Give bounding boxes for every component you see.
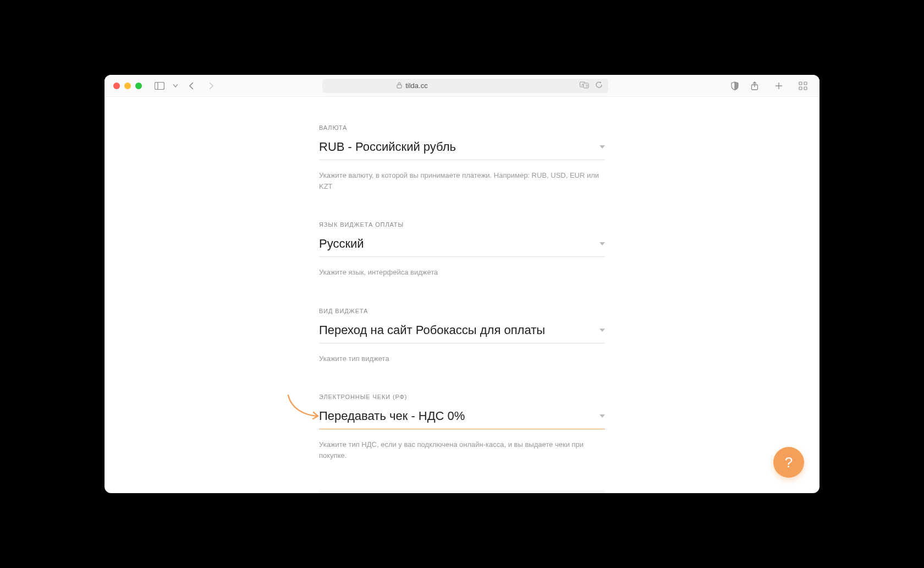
privacy-shield-icon[interactable] (727, 79, 743, 92)
chevron-down-icon (600, 329, 605, 332)
svg-rect-8 (799, 82, 802, 85)
receipts-field-group: ЭЛЕКТРОННЫЕ ЧЕКИ (РФ) Передавать чек - Н… (319, 394, 605, 461)
toolbar-right (747, 79, 811, 92)
svg-rect-11 (804, 87, 807, 90)
svg-rect-0 (155, 82, 164, 89)
svg-text:A: A (581, 83, 584, 86)
currency-hint: Укажите валюту, в которой вы принимаете … (319, 170, 605, 192)
traffic-lights (113, 83, 142, 89)
widget-type-value: Переход на сайт Робокассы для оплаты (319, 323, 545, 337)
window-minimize-button[interactable] (124, 83, 131, 89)
share-button[interactable] (747, 79, 762, 92)
widget-type-select[interactable]: Переход на сайт Робокассы для оплаты (319, 323, 605, 343)
sidebar-toggle-button[interactable] (152, 79, 167, 92)
window-zoom-button[interactable] (135, 83, 142, 89)
titlebar: tilda.cc A文 (105, 75, 820, 97)
currency-select[interactable]: RUB - Российский рубль (319, 140, 605, 160)
widget-language-hint: Укажите язык, интерфейса виджета (319, 267, 605, 278)
url-host: tilda.cc (405, 81, 427, 90)
receipts-hint: Укажите тип НДС, если у вас подключена о… (319, 439, 605, 461)
nav-forward-button[interactable] (204, 79, 219, 92)
browser-window: tilda.cc A文 (105, 75, 820, 493)
widget-language-field-group: ЯЗЫК ВИДЖЕТА ОПЛАТЫ Русский Укажите язык… (319, 221, 605, 278)
currency-value: RUB - Российский рубль (319, 140, 456, 154)
page-content: ВАЛЮТА RUB - Российский рубль Укажите ва… (105, 97, 820, 493)
window-close-button[interactable] (113, 83, 120, 89)
help-button[interactable]: ? (773, 447, 804, 478)
chevron-down-icon (600, 145, 605, 149)
widget-language-label: ЯЗЫК ВИДЖЕТА ОПЛАТЫ (319, 221, 605, 228)
svg-rect-9 (804, 82, 807, 85)
tab-overview-button[interactable] (795, 79, 811, 92)
lock-icon (397, 82, 402, 90)
new-tab-button[interactable] (771, 79, 787, 92)
help-icon: ? (785, 454, 793, 471)
currency-label: ВАЛЮТА (319, 124, 605, 131)
svg-text:文: 文 (585, 84, 588, 88)
receipts-label: ЭЛЕКТРОННЫЕ ЧЕКИ (РФ) (319, 394, 605, 400)
svg-rect-10 (799, 87, 802, 90)
widget-type-field-group: ВИД ВИДЖЕТА Переход на сайт Робокассы дл… (319, 308, 605, 364)
ffd-info-box: ФФД 1.05 С 1 января 2019, в соответствии… (319, 490, 605, 493)
widget-type-label: ВИД ВИДЖЕТА (319, 308, 605, 314)
currency-field-group: ВАЛЮТА RUB - Российский рубль Укажите ва… (319, 124, 605, 192)
nav-back-button[interactable] (184, 79, 199, 92)
receipts-value: Передавать чек - НДС 0% (319, 409, 465, 423)
address-bar[interactable]: tilda.cc A文 (322, 79, 608, 93)
reload-icon[interactable] (595, 81, 603, 90)
widget-language-select[interactable]: Русский (319, 237, 605, 257)
chevron-down-icon (600, 414, 605, 418)
address-bar-wrap: tilda.cc A文 (223, 79, 707, 93)
translate-icon[interactable]: A文 (580, 81, 590, 90)
receipts-select[interactable]: Передавать чек - НДС 0% (319, 409, 605, 429)
sidebar-dropdown-icon[interactable] (172, 79, 179, 92)
widget-language-value: Русский (319, 237, 364, 251)
widget-type-hint: Укажите тип виджета (319, 353, 605, 364)
svg-rect-2 (397, 85, 402, 88)
chevron-down-icon (600, 242, 605, 245)
